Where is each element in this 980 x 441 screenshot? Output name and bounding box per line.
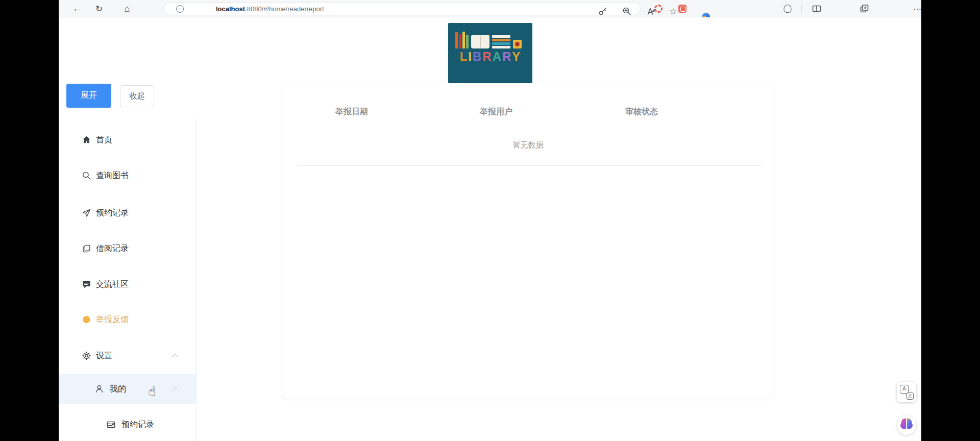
copy-document-icon [82, 244, 91, 254]
sidebar-item-reservation-records[interactable]: 预约记录 [59, 199, 197, 227]
sidebar-subitem-reservation-records[interactable]: 预约记录 [59, 410, 197, 439]
sidebar-item-report-feedback[interactable]: 举报反馈 [59, 305, 197, 334]
toolbar-divider [801, 5, 802, 13]
home-filled-icon [82, 135, 91, 145]
url-path: :8080/#/home/readerreport [245, 5, 324, 13]
extension-red-square-icon[interactable] [678, 5, 687, 13]
extension-ghost-icon[interactable] [784, 5, 792, 13]
url-host: localhost [216, 5, 245, 13]
refresh-icon[interactable] [90, 0, 108, 17]
logo-books-illustration [455, 30, 526, 48]
sidebar-item-home[interactable]: 首页 [59, 126, 197, 154]
colorful-brain-icon [898, 416, 915, 434]
logo-wordmark: LIBRARY [448, 50, 532, 64]
hand-cursor: ☝ [148, 384, 156, 399]
sidebar-subitem-borrow-records[interactable]: 借阅记录 [59, 437, 197, 441]
empty-data-text: 暂无数据 [282, 140, 774, 150]
back-icon[interactable] [68, 0, 86, 17]
url-text[interactable]: localhost:8080/#/home/readerreport [216, 5, 324, 13]
sidebar-item-settings[interactable]: 设置 [59, 341, 197, 370]
chevron-icon [172, 387, 179, 394]
table-divider [298, 165, 762, 166]
user-icon [94, 384, 104, 394]
column-header-review-status: 审核状态 [625, 107, 658, 117]
report-table-card: 举报日期 举报用户 审核状态 暂无数据 [282, 84, 774, 399]
paper-plane-icon [82, 208, 91, 218]
collections-icon[interactable] [855, 0, 873, 17]
site-info-icon[interactable]: i [176, 5, 184, 13]
chevron-up-icon [172, 354, 179, 360]
app-page: LIBRARY 展开 收起 首页 查询图书 [59, 17, 921, 441]
split-screen-icon[interactable] [808, 0, 825, 17]
column-header-report-user: 举报用户 [480, 107, 512, 117]
gear-icon [82, 351, 91, 361]
collapse-button[interactable]: 收起 [120, 85, 154, 107]
library-logo: LIBRARY [448, 23, 532, 83]
browser-toolbar: i localhost:8080/#/home/readerreport [59, 0, 921, 17]
browser-window: i localhost:8080/#/home/readerreport [59, 0, 921, 441]
ai-assistant-button[interactable] [897, 415, 916, 435]
settings-menu-icon[interactable] [909, 0, 921, 17]
chat-icon [82, 280, 91, 289]
expand-button[interactable]: 展开 [66, 84, 111, 108]
column-header-report-date: 举报日期 [335, 107, 368, 117]
yellow-dot-icon [82, 315, 91, 325]
sidebar-item-search-books[interactable]: 查询图书 [59, 161, 197, 190]
screen: i localhost:8080/#/home/readerreport [0, 0, 980, 441]
translate-button[interactable]: A 文 [897, 382, 916, 402]
address-bar[interactable]: i localhost:8080/#/home/readerreport [163, 2, 641, 15]
search-icon [82, 171, 91, 181]
sidebar-item-community[interactable]: 交流社区 [59, 270, 197, 299]
postcard-icon [106, 420, 116, 430]
sidebar-item-borrow-records[interactable]: 借阅记录 [59, 234, 197, 263]
extension-red-ring-icon[interactable] [654, 5, 663, 13]
sidebar-item-mine[interactable]: 我的 [59, 374, 197, 404]
sidebar-menu: 首页 查询图书 预约记录 [59, 117, 197, 441]
home-icon[interactable] [118, 0, 136, 17]
